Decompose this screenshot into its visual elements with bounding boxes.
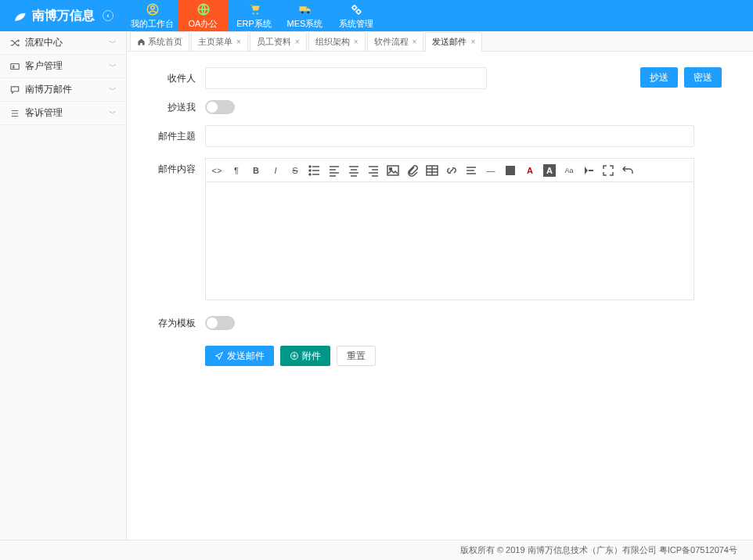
cc-button[interactable]: 抄送 xyxy=(640,67,678,88)
topnav-oa[interactable]: OA办公 xyxy=(178,0,229,31)
chat-icon xyxy=(9,84,20,95)
topnav-system[interactable]: 系统管理 xyxy=(330,0,381,31)
close-icon[interactable]: × xyxy=(354,38,358,46)
list-ul-icon[interactable] xyxy=(308,164,321,177)
recipient-label: 收件人 xyxy=(150,72,205,85)
chevron-down-icon: ﹀ xyxy=(109,38,117,48)
tab-staff[interactable]: 员工资料× xyxy=(250,31,307,51)
editor-body[interactable] xyxy=(206,182,694,300)
subject-label: 邮件主题 xyxy=(150,130,205,143)
fontcolor-a-icon[interactable]: A xyxy=(524,164,536,177)
bgcolor-icon[interactable] xyxy=(504,164,517,177)
sidebar: 流程中心 ﹀ 客户管理 ﹀ 南博万邮件 ﹀ 客诉管理 ﹀ xyxy=(0,31,127,540)
svg-point-8 xyxy=(352,5,356,9)
svg-rect-15 xyxy=(387,166,398,175)
save-template-switch[interactable] xyxy=(205,316,235,330)
topnav-workbench[interactable]: 我的工作台 xyxy=(127,0,178,31)
italic-icon[interactable]: I xyxy=(269,164,282,177)
subject-input[interactable] xyxy=(205,125,694,147)
align-center-icon[interactable] xyxy=(348,164,360,177)
shuffle-icon xyxy=(9,38,20,48)
fontbg-a-icon[interactable]: A xyxy=(543,164,556,177)
svg-point-13 xyxy=(309,170,311,171)
svg-rect-5 xyxy=(299,6,306,11)
tab-home[interactable]: 系统首页 xyxy=(130,31,189,51)
id-card-icon xyxy=(9,61,20,72)
leaf-icon xyxy=(12,8,27,23)
sidebar-item-mail[interactable]: 南博万邮件 ﹀ xyxy=(0,78,126,102)
chevron-down-icon: ﹀ xyxy=(109,61,117,72)
tab-menu[interactable]: 主页菜单× xyxy=(191,31,248,51)
chevron-down-icon: ﹀ xyxy=(109,108,117,119)
truck-icon xyxy=(298,2,312,16)
svg-point-6 xyxy=(301,11,303,13)
list-icon xyxy=(9,108,20,119)
send-icon xyxy=(214,351,224,361)
editor: <> ¶ B I S — xyxy=(205,158,694,300)
editor-toolbar: <> ¶ B I S — xyxy=(206,159,694,182)
table-icon[interactable] xyxy=(426,164,438,177)
tab-software[interactable]: 软件流程× xyxy=(367,31,424,51)
logo-text: 南博万信息 xyxy=(32,8,95,24)
svg-point-11 xyxy=(13,65,14,66)
svg-point-14 xyxy=(309,174,311,175)
home-icon xyxy=(137,38,146,46)
sidebar-toggle-icon[interactable]: ‹ xyxy=(103,10,113,21)
align-right-icon[interactable] xyxy=(367,164,380,177)
sidebar-item-flow[interactable]: 流程中心 ﹀ xyxy=(0,31,126,55)
close-icon[interactable]: × xyxy=(413,38,417,46)
fontsize-icon[interactable]: Aa xyxy=(563,164,575,177)
tab-sendmail[interactable]: 发送邮件× xyxy=(425,32,482,52)
strike-icon[interactable]: S xyxy=(289,164,301,177)
svg-rect-18 xyxy=(506,166,515,175)
quote-icon[interactable] xyxy=(465,164,477,177)
link-icon[interactable] xyxy=(445,164,458,177)
sidebar-item-customer[interactable]: 客户管理 ﹀ xyxy=(0,55,126,78)
cart-icon xyxy=(247,2,261,16)
chevron-down-icon: ﹀ xyxy=(109,84,117,95)
svg-point-9 xyxy=(356,9,360,13)
topnav-erp[interactable]: ERP系统 xyxy=(229,0,279,31)
indent-icon[interactable] xyxy=(582,164,595,177)
recipient-input[interactable] xyxy=(205,67,487,89)
send-button[interactable]: 发送邮件 xyxy=(205,346,274,366)
cc-me-label: 抄送我 xyxy=(150,101,205,114)
sidebar-item-complaint[interactable]: 客诉管理 ﹀ xyxy=(0,102,126,125)
cc-me-switch[interactable] xyxy=(205,100,235,114)
svg-point-1 xyxy=(150,5,154,9)
footer-text: 版权所有 © 2019 南博万信息技术（广东）有限公司 粤ICP备0751207… xyxy=(460,544,737,556)
svg-point-3 xyxy=(252,13,254,14)
fullscreen-icon[interactable] xyxy=(602,164,614,177)
close-icon[interactable]: × xyxy=(236,38,241,46)
footer: 版权所有 © 2019 南博万信息技术（广东）有限公司 粤ICP备0751207… xyxy=(0,540,753,560)
pilcrow-icon[interactable]: ¶ xyxy=(230,164,243,177)
attach-button[interactable]: 附件 xyxy=(280,346,330,366)
user-circle-icon xyxy=(146,2,160,16)
close-icon[interactable]: × xyxy=(295,38,300,46)
svg-point-4 xyxy=(256,13,258,14)
tabs: 系统首页 主页菜单× 员工资料× 组织架构× 软件流程× 发送邮件× xyxy=(127,31,753,52)
svg-point-12 xyxy=(309,166,311,167)
reset-button[interactable]: 重置 xyxy=(337,346,376,366)
close-icon[interactable]: × xyxy=(470,38,475,46)
main: 系统首页 主页菜单× 员工资料× 组织架构× 软件流程× 发送邮件× 抄送 密送… xyxy=(127,31,753,540)
save-template-label: 存为模板 xyxy=(150,317,205,330)
form-area: 抄送 密送 收件人 抄送我 邮件主题 邮件内容 <> ¶ xyxy=(127,52,753,382)
gears-icon xyxy=(349,2,363,16)
header: 南博万信息 ‹ 我的工作台 OA办公 ERP系统 MES系统 系统管理 xyxy=(0,0,753,31)
bcc-button[interactable]: 密送 xyxy=(684,67,722,88)
content-label: 邮件内容 xyxy=(150,158,205,176)
plus-circle-icon xyxy=(290,351,299,361)
topnav-mes[interactable]: MES系统 xyxy=(279,0,330,31)
svg-point-7 xyxy=(307,11,309,13)
undo-icon[interactable] xyxy=(621,164,634,177)
align-left-icon[interactable] xyxy=(328,164,340,177)
logo: 南博万信息 ‹ xyxy=(0,0,127,31)
attachment-icon[interactable] xyxy=(406,164,419,177)
image-icon[interactable] xyxy=(387,164,399,177)
tab-org[interactable]: 组织架构× xyxy=(308,31,366,51)
hr-icon[interactable]: — xyxy=(485,164,497,177)
globe-icon xyxy=(196,2,211,16)
bold-icon[interactable]: B xyxy=(250,164,262,177)
code-icon[interactable]: <> xyxy=(211,164,223,177)
